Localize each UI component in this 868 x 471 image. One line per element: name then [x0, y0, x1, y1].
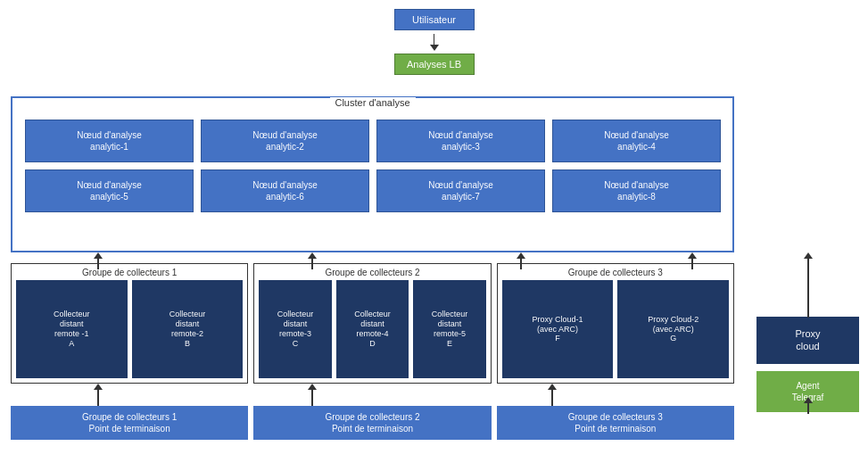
arrow-line [434, 34, 435, 45]
analyses-lb-label: Analyses LB [407, 59, 461, 70]
arrow-ep1-to-group1 [94, 384, 103, 406]
endpoint-box-1: Groupe de collecteurs 1Point de terminai… [11, 406, 248, 440]
utilisateur-box: Utilisateur [394, 9, 475, 30]
collector-item-remote5: Collecteurdistantremote-5E [413, 280, 485, 378]
collector-group-3-label: Groupe de collecteurs 3 [568, 268, 663, 277]
collector-item-remote1: Collecteurdistantremote -1A [16, 280, 128, 378]
endpoint-box-2: Groupe de collecteurs 2Point de terminai… [253, 406, 491, 440]
analytic-node-5: Nœud d'analyseanalytic-5 [25, 169, 194, 212]
analytic-node-2: Nœud d'analyseanalytic-2 [201, 120, 369, 162]
collector-item-remote4: Collecteurdistantremote-4D [336, 280, 409, 378]
analytic-node-3: Nœud d'analyseanalytic-3 [376, 120, 545, 162]
collector-group-1: Groupe de collecteurs 1 Collecteurdistan… [11, 263, 248, 384]
analytic-node-8: Nœud d'analyseanalytic-8 [552, 169, 721, 212]
analytic-node-1: Nœud d'analyseanalytic-1 [25, 120, 194, 162]
collector-group-2: Groupe de collecteurs 2 Collecteurdistan… [253, 263, 491, 384]
collector-item-remote3: Collecteurdistantremote-3C [259, 280, 331, 378]
arrow-ep3-to-group3 [548, 384, 557, 406]
analytic-node-7: Nœud d'analyseanalytic-7 [376, 169, 545, 212]
collector-item-proxy1: Proxy Cloud-1(avec ARC)F [502, 280, 614, 378]
endpoint-box-3: Groupe de collecteurs 3Point de terminai… [497, 406, 734, 440]
arrow-proxy-to-cluster [804, 252, 813, 318]
collector-group-3: Groupe de collecteurs 3 Proxy Cloud-1(av… [497, 263, 734, 384]
analytic-node-4: Nœud d'analyseanalytic-4 [552, 120, 721, 162]
diagram: Utilisateur Analyses LB Cluster d'analys… [0, 0, 868, 471]
arrow-ep2-to-group2 [308, 384, 317, 406]
collector-section: Groupe de collecteurs 1 Collecteurdistan… [11, 263, 734, 384]
collector-item-proxy2: Proxy Cloud-2(avec ARC)G [617, 280, 729, 378]
arrowhead-down [430, 45, 439, 51]
arrow-utilisateur-to-lb [430, 34, 439, 51]
arrow-telegraf-to-proxy [804, 397, 813, 414]
collector-group-1-label: Groupe de collecteurs 1 [82, 268, 177, 277]
analyses-lb-box: Analyses LB [394, 54, 475, 75]
analytic-nodes-grid: Nœud d'analyseanalytic-1 Nœud d'analysea… [16, 105, 730, 221]
analytic-node-6: Nœud d'analyseanalytic-6 [201, 169, 369, 212]
proxy-cloud-label: Proxycloud [795, 328, 820, 351]
utilisateur-label: Utilisateur [412, 14, 456, 25]
collector-group-2-label: Groupe de collecteurs 2 [325, 268, 419, 277]
collector-item-remote2: Collecteurdistantremote-2B [132, 280, 244, 378]
endpoint-section: Groupe de collecteurs 1Point de terminai… [11, 406, 734, 440]
proxy-cloud-box: Proxycloud [756, 317, 859, 364]
